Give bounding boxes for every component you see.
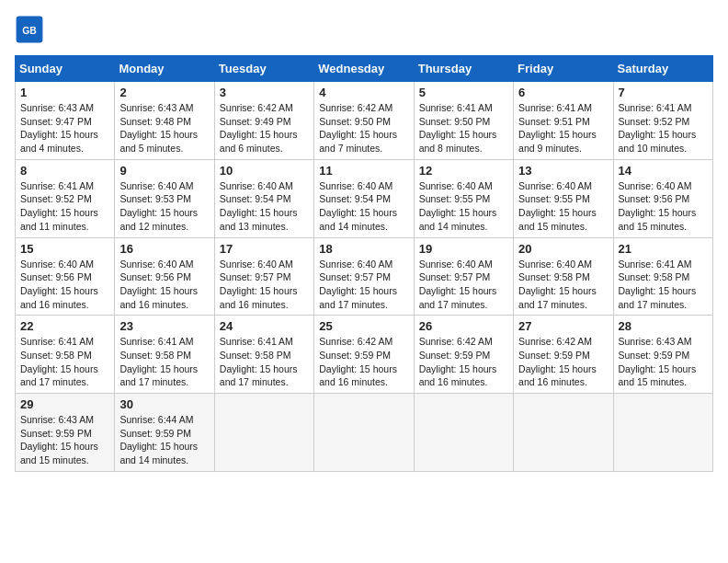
cell-content: Sunrise: 6:41 AMSunset: 9:50 PMDaylight:… (419, 102, 497, 154)
cell-content: Sunrise: 6:40 AMSunset: 9:56 PMDaylight:… (619, 180, 697, 232)
calendar-cell: 10 Sunrise: 6:40 AMSunset: 9:54 PMDaylig… (214, 159, 313, 237)
cell-content: Sunrise: 6:41 AMSunset: 9:58 PMDaylight:… (20, 336, 98, 387)
day-number: 21 (619, 242, 708, 256)
cell-content: Sunrise: 6:41 AMSunset: 9:52 PMDaylight:… (20, 180, 98, 232)
calendar-cell: 12 Sunrise: 6:40 AMSunset: 9:55 PMDaylig… (414, 159, 513, 237)
day-number: 2 (119, 86, 209, 99)
cell-content: Sunrise: 6:40 AMSunset: 9:58 PMDaylight:… (518, 259, 597, 310)
week-row-4: 22 Sunrise: 6:41 AMSunset: 9:58 PMDaylig… (16, 316, 713, 394)
cell-content: Sunrise: 6:40 AMSunset: 9:55 PMDaylight:… (419, 180, 497, 232)
calendar-cell: 21 Sunrise: 6:41 AMSunset: 9:58 PMDaylig… (613, 237, 712, 316)
day-number: 17 (220, 242, 309, 256)
cell-content: Sunrise: 6:42 AMSunset: 9:49 PMDaylight:… (220, 102, 298, 154)
day-number: 23 (119, 319, 209, 333)
calendar-cell (514, 394, 613, 472)
calendar-cell: 22 Sunrise: 6:41 AMSunset: 9:58 PMDaylig… (16, 316, 115, 394)
cell-content: Sunrise: 6:40 AMSunset: 9:57 PMDaylight:… (220, 259, 298, 310)
cell-content: Sunrise: 6:40 AMSunset: 9:57 PMDaylight:… (419, 259, 497, 310)
day-number: 26 (419, 319, 508, 333)
day-number: 1 (20, 86, 109, 99)
calendar-cell: 18 Sunrise: 6:40 AMSunset: 9:57 PMDaylig… (314, 237, 414, 316)
day-number: 11 (319, 164, 408, 178)
calendar-cell: 14 Sunrise: 6:40 AMSunset: 9:56 PMDaylig… (613, 159, 712, 237)
calendar-table: SundayMondayTuesdayWednesdayThursdayFrid… (15, 55, 713, 472)
calendar-cell: 30 Sunrise: 6:44 AMSunset: 9:59 PMDaylig… (115, 394, 214, 472)
week-row-5: 29 Sunrise: 6:43 AMSunset: 9:59 PMDaylig… (16, 394, 713, 472)
day-number: 12 (419, 164, 508, 178)
cell-content: Sunrise: 6:44 AMSunset: 9:59 PMDaylight:… (119, 414, 198, 465)
day-number: 19 (419, 242, 508, 256)
logo: GB (15, 15, 48, 44)
day-number: 13 (518, 164, 608, 178)
calendar-cell: 1 Sunrise: 6:43 AMSunset: 9:47 PMDayligh… (16, 82, 115, 160)
cell-content: Sunrise: 6:42 AMSunset: 9:59 PMDaylight:… (319, 336, 397, 387)
day-number: 27 (518, 319, 608, 333)
cell-content: Sunrise: 6:41 AMSunset: 9:51 PMDaylight:… (518, 102, 597, 154)
cell-content: Sunrise: 6:40 AMSunset: 9:55 PMDaylight:… (518, 180, 597, 232)
calendar-cell: 11 Sunrise: 6:40 AMSunset: 9:54 PMDaylig… (314, 159, 414, 237)
day-number: 10 (220, 164, 309, 178)
calendar-cell: 20 Sunrise: 6:40 AMSunset: 9:58 PMDaylig… (514, 237, 613, 316)
cell-content: Sunrise: 6:41 AMSunset: 9:58 PMDaylight:… (619, 259, 697, 310)
dow-header-saturday: Saturday (613, 56, 712, 82)
dow-header-monday: Monday (115, 56, 214, 82)
calendar-cell: 29 Sunrise: 6:43 AMSunset: 9:59 PMDaylig… (16, 394, 115, 472)
day-number: 7 (619, 86, 708, 99)
cell-content: Sunrise: 6:43 AMSunset: 9:59 PMDaylight:… (619, 336, 697, 387)
week-row-1: 1 Sunrise: 6:43 AMSunset: 9:47 PMDayligh… (16, 82, 713, 160)
cell-content: Sunrise: 6:40 AMSunset: 9:56 PMDaylight:… (119, 259, 198, 310)
dow-header-wednesday: Wednesday (314, 56, 414, 82)
day-number: 3 (220, 86, 309, 99)
calendar-cell: 25 Sunrise: 6:42 AMSunset: 9:59 PMDaylig… (314, 316, 414, 394)
page-header: GB (15, 15, 713, 44)
day-number: 22 (20, 319, 109, 333)
calendar-cell (613, 394, 712, 472)
cell-content: Sunrise: 6:43 AMSunset: 9:59 PMDaylight:… (20, 414, 98, 465)
day-number: 16 (119, 242, 209, 256)
calendar-cell (414, 394, 513, 472)
calendar-cell: 5 Sunrise: 6:41 AMSunset: 9:50 PMDayligh… (414, 82, 513, 160)
svg-text:GB: GB (22, 26, 37, 36)
day-number: 6 (518, 86, 608, 99)
calendar-cell: 13 Sunrise: 6:40 AMSunset: 9:55 PMDaylig… (514, 159, 613, 237)
calendar-cell: 3 Sunrise: 6:42 AMSunset: 9:49 PMDayligh… (214, 82, 313, 160)
calendar-cell: 19 Sunrise: 6:40 AMSunset: 9:57 PMDaylig… (414, 237, 513, 316)
calendar-cell: 4 Sunrise: 6:42 AMSunset: 9:50 PMDayligh… (314, 82, 414, 160)
day-number: 29 (20, 397, 109, 411)
day-number: 4 (319, 86, 408, 99)
cell-content: Sunrise: 6:40 AMSunset: 9:54 PMDaylight:… (220, 180, 298, 232)
calendar-cell: 17 Sunrise: 6:40 AMSunset: 9:57 PMDaylig… (214, 237, 313, 316)
day-number: 14 (619, 164, 708, 178)
day-number: 8 (20, 164, 109, 178)
day-number: 9 (119, 164, 209, 178)
day-number: 5 (419, 86, 508, 99)
day-number: 18 (319, 242, 408, 256)
week-row-2: 8 Sunrise: 6:41 AMSunset: 9:52 PMDayligh… (16, 159, 713, 237)
cell-content: Sunrise: 6:41 AMSunset: 9:58 PMDaylight:… (119, 336, 198, 387)
dow-header-friday: Friday (514, 56, 613, 82)
day-number: 25 (319, 319, 408, 333)
calendar-cell: 28 Sunrise: 6:43 AMSunset: 9:59 PMDaylig… (613, 316, 712, 394)
calendar-cell (314, 394, 414, 472)
logo-icon: GB (15, 15, 44, 44)
dow-header-sunday: Sunday (16, 56, 115, 82)
cell-content: Sunrise: 6:40 AMSunset: 9:56 PMDaylight:… (20, 259, 98, 310)
week-row-3: 15 Sunrise: 6:40 AMSunset: 9:56 PMDaylig… (16, 237, 713, 316)
day-number: 24 (220, 319, 309, 333)
day-number: 15 (20, 242, 109, 256)
calendar-cell: 26 Sunrise: 6:42 AMSunset: 9:59 PMDaylig… (414, 316, 513, 394)
calendar-cell: 24 Sunrise: 6:41 AMSunset: 9:58 PMDaylig… (214, 316, 313, 394)
calendar-cell: 2 Sunrise: 6:43 AMSunset: 9:48 PMDayligh… (115, 82, 214, 160)
calendar-cell: 7 Sunrise: 6:41 AMSunset: 9:52 PMDayligh… (613, 82, 712, 160)
cell-content: Sunrise: 6:42 AMSunset: 9:50 PMDaylight:… (319, 102, 397, 154)
cell-content: Sunrise: 6:43 AMSunset: 9:47 PMDaylight:… (20, 102, 98, 154)
cell-content: Sunrise: 6:41 AMSunset: 9:52 PMDaylight:… (619, 102, 697, 154)
calendar-cell: 15 Sunrise: 6:40 AMSunset: 9:56 PMDaylig… (16, 237, 115, 316)
calendar-cell: 6 Sunrise: 6:41 AMSunset: 9:51 PMDayligh… (514, 82, 613, 160)
cell-content: Sunrise: 6:43 AMSunset: 9:48 PMDaylight:… (119, 102, 198, 154)
calendar-cell: 27 Sunrise: 6:42 AMSunset: 9:59 PMDaylig… (514, 316, 613, 394)
cell-content: Sunrise: 6:40 AMSunset: 9:57 PMDaylight:… (319, 259, 397, 310)
day-number: 30 (119, 397, 209, 411)
cell-content: Sunrise: 6:42 AMSunset: 9:59 PMDaylight:… (419, 336, 497, 387)
calendar-cell (214, 394, 313, 472)
